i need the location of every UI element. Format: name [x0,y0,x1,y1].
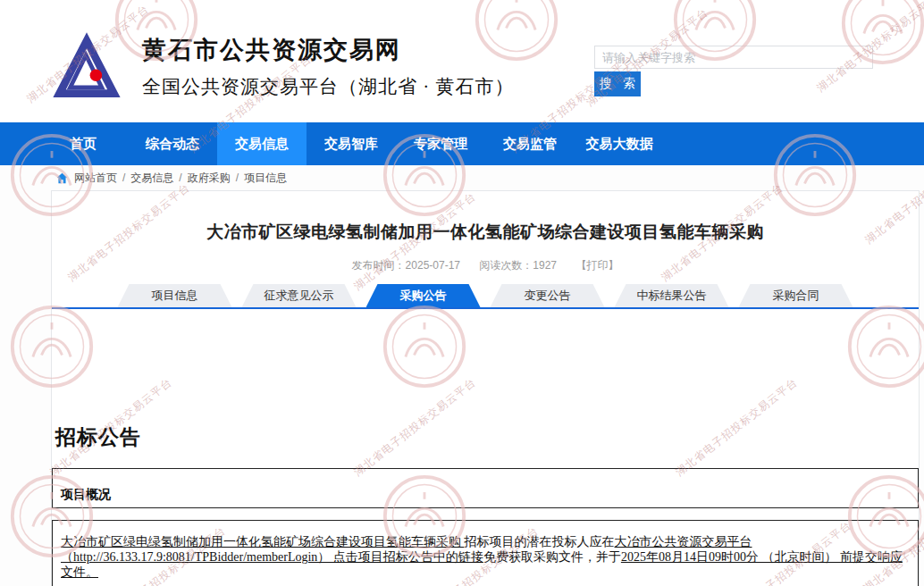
nav-item-6[interactable]: 交易大数据 [575,122,664,165]
tab-2[interactable]: 采购公告 [366,284,481,307]
notice-text-segment: 免费获取采购文件，并于 [483,550,621,564]
tab-4[interactable]: 中标结果公告 [615,284,729,307]
main-nav: 首页综合动态交易信息交易智库专家管理交易监管交易大数据 [0,122,924,165]
home-icon [56,172,68,184]
tab-underline [52,307,919,309]
search-button[interactable]: 搜 索 [594,71,641,96]
notice-text-segment: 大冶市矿区绿电绿氢制储加用一体化氢能矿场综合建设项目氢能车辆采购 [61,535,465,548]
breadcrumb-separator: / [236,172,239,184]
nav-item-3[interactable]: 交易智库 [307,122,396,165]
article-meta: 发布时间：2025-07-17 阅读次数：1927 【打印】 [52,258,919,273]
breadcrumb-item-0[interactable]: 网站首页 [74,171,117,186]
project-overview-cell: 项目概况 [52,468,919,508]
nav-item-5[interactable]: 交易监管 [485,122,575,165]
search-input[interactable] [594,46,873,69]
overview-label: 项目概况 [61,487,111,503]
nav-item-4[interactable]: 专家管理 [396,122,485,165]
nav-item-0[interactable]: 首页 [38,122,128,165]
notice-paragraph: 大冶市矿区绿电绿氢制储加用一体化氢能矿场综合建设项目氢能车辆采购 招标项目的潜在… [52,520,919,586]
breadcrumb-item-2[interactable]: 政府采购 [188,171,231,186]
article-card: 大冶市矿区绿电绿氢制储加用一体化氢能矿场综合建设项目氢能车辆采购 发布时间：20… [51,190,920,586]
notice-text-segment: 招标项目的潜在投标人应在 [465,535,615,548]
breadcrumb-item-3[interactable]: 项目信息 [244,171,287,186]
breadcrumb-separator: / [122,172,125,184]
nav-item-1[interactable]: 综合动态 [128,122,217,165]
notice-heading: 招标公告 [55,423,919,451]
breadcrumb-item-1[interactable]: 交易信息 [130,171,173,186]
tab-5[interactable]: 采购合同 [739,284,853,307]
nav-item-2[interactable]: 交易信息 [217,122,307,165]
site-title: 黄石市公共资源交易网 [142,34,401,66]
print-button[interactable]: 【打印】 [575,259,618,272]
tab-1[interactable]: 征求意见公示 [242,284,357,307]
tab-0[interactable]: 项目信息 [118,284,232,307]
publish-time: 发布时间：2025-07-17 [352,259,460,272]
breadcrumb-separator: / [179,172,181,184]
site-subtitle: 全国公共资源交易平台（湖北省 · 黄石市） [142,74,515,99]
breadcrumb: 网站首页/交易信息/政府采购/项目信息 [0,165,924,190]
article-tabs: 项目信息征求意见公示采购公告变更公告中标结果公告采购合同 [52,284,919,307]
page-header: 黄石市公共资源交易网 全国公共资源交易平台（湖北省 · 黄石市） 搜 索 [0,0,924,122]
view-count: 阅读次数：1927 [479,259,557,272]
tab-3[interactable]: 变更公告 [491,284,605,307]
article-title: 大冶市矿区绿电绿氢制储加用一体化氢能矿场综合建设项目氢能车辆采购 [52,221,919,244]
site-logo-icon [51,29,122,102]
